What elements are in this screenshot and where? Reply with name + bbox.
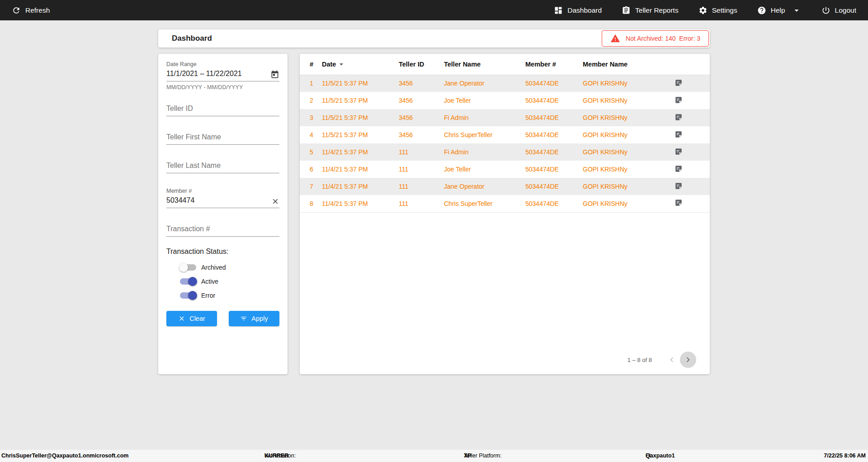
transactions-table: # Date Teller ID Teller Name Member # Me… [300,54,710,213]
nav-settings[interactable]: Settings [698,6,737,15]
clear-button-label: Clear [189,315,205,322]
note-icon[interactable] [675,165,683,173]
table-row[interactable]: 7 11/4/21 5:37 PM 111 Jane Operator 5034… [300,178,710,195]
note-icon[interactable] [675,79,683,87]
cell-actions [669,109,710,126]
cell-teller-id: 3456 [398,92,443,109]
col-date[interactable]: Date [321,54,398,75]
note-icon[interactable] [675,199,683,207]
cell-date: 11/4/21 5:37 PM [321,178,398,195]
topbar: Refresh Dashboard Teller Reports Setting… [0,0,868,20]
nav-teller-reports[interactable]: Teller Reports [622,6,679,15]
toggle-switch[interactable] [180,264,196,271]
transaction-status-label: Transaction Status: [166,248,279,256]
teller-id-input[interactable] [166,102,279,116]
cell-teller-id: 111 [398,143,443,161]
filter-icon [240,315,247,322]
cell-teller-name: Joe Teller [443,161,525,178]
toggle-active[interactable]: Active [180,278,279,285]
cell-member-number: 5034474DE [525,161,582,178]
note-icon[interactable] [675,148,683,156]
note-icon[interactable] [675,96,683,104]
table-row[interactable]: 8 11/4/21 5:37 PM 111 Chris SuperTeller … [300,195,710,212]
cell-teller-id: 111 [398,161,443,178]
refresh-button[interactable]: Refresh [12,6,50,15]
nav-dashboard[interactable]: Dashboard [554,6,602,15]
cell-member-name: GOPI KRISHNy [582,161,669,178]
next-page-button[interactable] [680,352,696,368]
chevron-right-icon [683,355,693,365]
content: Date Range MM/DD/YYYY - MM/DD/YYYY [158,54,710,374]
table-row[interactable]: 6 11/4/21 5:37 PM 111 Joe Teller 5034474… [300,161,710,178]
transaction-number-input[interactable] [166,223,279,237]
toggle-label: Active [201,278,218,285]
toggle-archived[interactable]: Archived [180,264,279,271]
col-member-name: Member Name [582,54,669,75]
note-icon[interactable] [675,130,683,138]
cell-member-number: 5034474DE [525,92,582,109]
calendar-icon[interactable] [270,70,279,79]
clear-button[interactable]: Clear [166,311,217,326]
date-range-input[interactable] [166,67,279,81]
top-nav: Dashboard Teller Reports Settings Help L… [554,5,856,15]
cell-date: 11/4/21 5:37 PM [321,195,398,212]
note-icon[interactable] [675,182,683,190]
member-number-field: Member # [166,188,279,208]
apply-button[interactable]: Apply [229,311,279,326]
clear-member-icon[interactable] [271,197,279,205]
help-icon [757,6,766,15]
cell-teller-id: 111 [398,195,443,212]
nav-help[interactable]: Help [757,5,802,15]
cell-num: 5 [300,143,321,161]
cell-member-number: 5034474DE [525,143,582,161]
cell-actions [669,161,710,178]
results-panel: # Date Teller ID Teller Name Member # Me… [300,54,710,374]
table-row[interactable]: 4 11/5/21 5:37 PM 3456 Chris SuperTeller… [300,126,710,143]
cell-teller-id: 111 [398,178,443,195]
apply-button-label: Apply [251,315,268,322]
prev-page-button[interactable] [664,352,680,368]
table-row[interactable]: 1 11/5/21 5:37 PM 3456 Jane Operator 503… [300,75,710,92]
member-number-input[interactable] [166,194,279,208]
logged-in-user: ChrisSuperTeller@Qaxpauto1.onmicrosoft.c… [1,450,128,462]
cell-date: 11/5/21 5:37 PM [321,92,398,109]
chevron-down-icon [792,5,802,15]
cell-member-name: GOPI KRISHNy [582,126,669,143]
col-teller-id: Teller ID [398,54,443,75]
date-range-field: Date Range MM/DD/YYYY - MM/DD/YYYY [166,61,279,90]
cell-member-name: GOPI KRISHNy [582,109,669,126]
table-row[interactable]: 3 11/5/21 5:37 PM 3456 Fi Admin 5034474D… [300,109,710,126]
toggle-switch[interactable] [180,292,196,299]
col-member-number: Member # [525,54,582,75]
cell-actions [669,92,710,109]
cell-num: 1 [300,75,321,92]
cell-teller-id: 3456 [398,109,443,126]
fi-info: FI: Qaxpauto1 [646,450,675,462]
cell-member-number: 5034474DE [525,126,582,143]
not-archived-alert: Not Archived: 140 Error: 3 [602,30,709,47]
cell-num: 7 [300,178,321,195]
table-row[interactable]: 2 11/5/21 5:37 PM 3456 Joe Teller 503447… [300,92,710,109]
cell-date: 11/4/21 5:37 PM [321,161,398,178]
col-date-label: Date [322,61,336,68]
table-body: 1 11/5/21 5:37 PM 3456 Jane Operator 503… [300,75,710,212]
date-range-label: Date Range [166,61,279,67]
note-icon[interactable] [675,113,683,121]
cell-teller-id: 3456 [398,75,443,92]
teller-first-name-input[interactable] [166,131,279,145]
nav-teller-reports-label: Teller Reports [635,6,679,14]
toggle-error[interactable]: Error [180,292,279,299]
teller-last-name-input[interactable] [166,159,279,173]
nav-logout[interactable]: Logout [821,6,856,15]
cell-member-name: GOPI KRISHNy [582,92,669,109]
cell-teller-name: Jane Operator [443,178,525,195]
status-bar: ChrisSuperTeller@Qaxpauto1.onmicrosoft.c… [0,450,868,462]
cell-teller-name: Joe Teller [443,92,525,109]
cell-member-name: GOPI KRISHNy [582,195,669,212]
table-row[interactable]: 5 11/4/21 5:37 PM 111 Fi Admin 5034474DE… [300,143,710,161]
cell-actions [669,195,710,212]
cell-teller-name: Fi Admin [443,143,525,161]
cell-member-number: 5034474DE [525,109,582,126]
cell-actions [669,178,710,195]
toggle-switch[interactable] [180,278,196,285]
